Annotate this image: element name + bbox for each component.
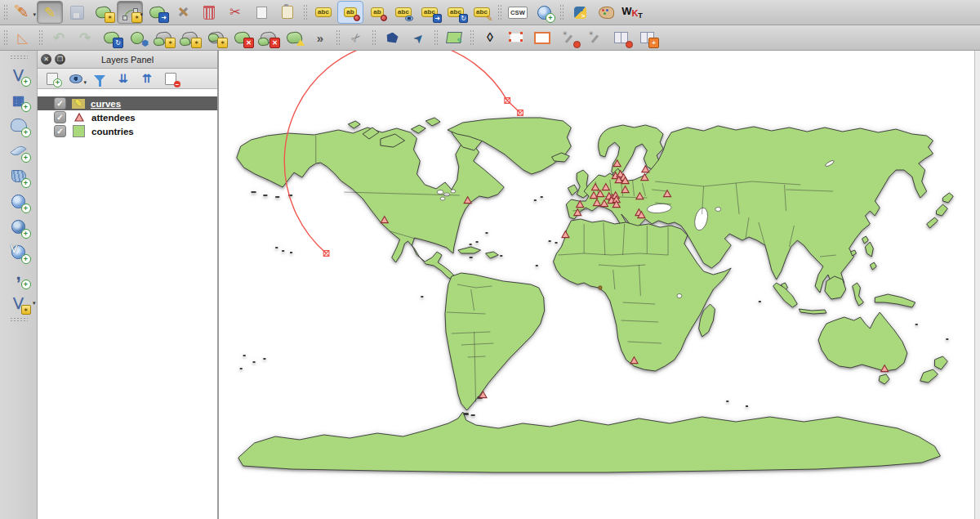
- atlas-book-button[interactable]: [608, 27, 633, 48]
- spline-tool-button[interactable]: ◊: [478, 27, 502, 48]
- add-wfs-layer-button[interactable]: ⋁ +: [4, 239, 33, 264]
- layer-name: attendees: [91, 113, 136, 123]
- python-console-button[interactable]: [568, 2, 592, 23]
- add-raster-layer-button[interactable]: ▦ +: [4, 87, 33, 112]
- abc-label-icon: abc: [315, 7, 332, 17]
- split-features-button[interactable]: ✂: [344, 27, 368, 48]
- remove-layer-button[interactable]: −: [163, 70, 179, 87]
- layer-row-curves[interactable]: ✓ ✎ curves: [38, 96, 217, 110]
- new-shapefile-layer-button[interactable]: ⋁ ✶ ▾: [4, 290, 33, 315]
- set-extent-button[interactable]: [504, 27, 528, 48]
- layer-row-countries[interactable]: ✓ countries: [38, 124, 217, 138]
- add-circular-string-button[interactable]: ✶ ▾: [117, 1, 143, 24]
- layer-row-attendees[interactable]: ✓ attendees: [38, 110, 217, 124]
- cut-features-button[interactable]: ✂: [223, 2, 247, 23]
- save-edits-button[interactable]: [65, 2, 89, 23]
- hexagon-icon: ⬢: [141, 38, 149, 47]
- reshape-wedge-icon: [296, 39, 305, 46]
- red-dot-icon: [626, 41, 633, 48]
- magic-wand-icon: [588, 31, 601, 44]
- add-vector-layer-button[interactable]: ⋁ +: [4, 62, 33, 87]
- layer-checkbox[interactable]: ✓: [54, 125, 66, 137]
- add-oracle-layer-button[interactable]: +: [4, 163, 33, 188]
- add-wms-layer-button[interactable]: +: [4, 189, 33, 213]
- add-postgis-layer-button[interactable]: +: [4, 113, 33, 137]
- add-spatialite-layer-button[interactable]: +: [4, 138, 33, 163]
- current-edits-button[interactable]: ✎ ✎ ▾: [11, 2, 35, 23]
- qgis-window: ✎ ✎ ▾ ✎ ✶ ✶ ▾ ➜ ✂: [0, 0, 980, 519]
- style-manager-button[interactable]: [594, 2, 618, 23]
- processing-rocket-button[interactable]: ➤: [406, 27, 430, 48]
- collapse-arrows-icon: ⇈: [142, 72, 152, 85]
- toggle-editing-button[interactable]: ✎: [37, 1, 63, 24]
- new-star-icon: ✶: [21, 305, 31, 315]
- layer-checkbox[interactable]: ✓: [54, 111, 66, 123]
- feature-blob-icon: [153, 37, 164, 47]
- change-label-button[interactable]: abc ✎: [470, 2, 494, 23]
- red-dot-icon: [573, 41, 581, 48]
- advanced-digitizing-button[interactable]: ◺: [11, 27, 35, 48]
- add-ring-button[interactable]: ✶: [151, 27, 176, 48]
- vertex-tool-button[interactable]: [171, 2, 195, 23]
- copy-pages-icon: [256, 7, 267, 19]
- layer-tree: ✓ ✎ curves ✓ attendees ✓ countries: [38, 89, 217, 519]
- expand-all-button[interactable]: ⇊: [115, 70, 131, 87]
- plus-icon: +: [546, 13, 555, 23]
- paste-features-button[interactable]: [275, 2, 300, 23]
- add-wcs-layer-button[interactable]: +: [4, 214, 33, 239]
- autofill-wand-red-button[interactable]: [556, 27, 581, 48]
- layout-extent-button[interactable]: [530, 27, 555, 48]
- delete-selected-button[interactable]: [197, 2, 221, 23]
- add-part-button[interactable]: ✶: [177, 27, 202, 48]
- show-hide-labels-button[interactable]: abc: [391, 2, 416, 23]
- rotate-label-button[interactable]: abc ↻: [443, 2, 468, 23]
- new-star-icon: ✶: [191, 38, 202, 48]
- rotate-feature-button[interactable]: ↻: [99, 27, 123, 48]
- delete-ring-button[interactable]: ✕: [229, 27, 254, 48]
- filter-legend-button[interactable]: [91, 70, 108, 87]
- world-map[interactable]: [219, 51, 974, 519]
- vertex-marker: [505, 98, 510, 104]
- add-web-service-button[interactable]: +: [532, 2, 556, 23]
- redo-button[interactable]: ↷: [73, 27, 97, 48]
- copy-features-button[interactable]: [249, 2, 274, 23]
- plus-icon: +: [21, 153, 31, 163]
- wkt-plugin-button[interactable]: WKT: [620, 2, 644, 23]
- plus-icon: +: [21, 254, 31, 264]
- simplify-feature-button[interactable]: ⬢: [125, 27, 149, 48]
- orange-rectangle-icon: [534, 32, 550, 44]
- highlight-pinned-labels-button[interactable]: ab: [365, 2, 390, 23]
- fill-ring-button[interactable]: ✶: [203, 27, 228, 48]
- labeling-options-button[interactable]: abc: [311, 2, 336, 23]
- autofill-wand-button[interactable]: [582, 27, 607, 48]
- wkt-icon: WKT: [621, 6, 643, 20]
- map-canvas[interactable]: [219, 51, 974, 519]
- floppy-disk-icon: [70, 6, 84, 20]
- add-delimited-text-button[interactable]: , +: [4, 265, 33, 289]
- metasearch-csw-button[interactable]: CSW: [506, 2, 530, 23]
- eye-icon: [405, 16, 413, 21]
- reshape-features-button[interactable]: [282, 27, 306, 48]
- toolbar-separator: [497, 4, 502, 20]
- toolbar-overflow-button[interactable]: »: [308, 27, 332, 48]
- layer-visibility-button[interactable]: ▾: [68, 70, 84, 87]
- layer-checkbox[interactable]: ✓: [54, 97, 66, 110]
- toolbar-handle: [10, 317, 28, 322]
- move-label-button[interactable]: abc ➜: [417, 2, 442, 23]
- atlas-book-add-button[interactable]: +: [635, 27, 659, 48]
- collapse-all-button[interactable]: ⇈: [139, 70, 155, 87]
- add-group-button[interactable]: +: [44, 70, 60, 87]
- plus-icon: +: [21, 128, 31, 137]
- undo-button[interactable]: ↶: [47, 27, 71, 48]
- select-polygon-plugin-button[interactable]: [380, 27, 404, 48]
- pencil-icon: ✎: [44, 6, 56, 20]
- pen-nib-icon: ◊: [487, 31, 493, 44]
- toolbar-separator: [336, 29, 341, 46]
- move-feature-button[interactable]: ➜: [145, 2, 169, 23]
- chevron-down-icon: ▾: [33, 300, 36, 306]
- map-tips-plugin-button[interactable]: [442, 27, 466, 48]
- delete-part-button[interactable]: ✕: [256, 27, 280, 48]
- pin-labels-button[interactable]: ab: [337, 1, 363, 24]
- delete-x-icon: ✕: [243, 38, 254, 48]
- add-feature-button[interactable]: ✶: [91, 2, 115, 23]
